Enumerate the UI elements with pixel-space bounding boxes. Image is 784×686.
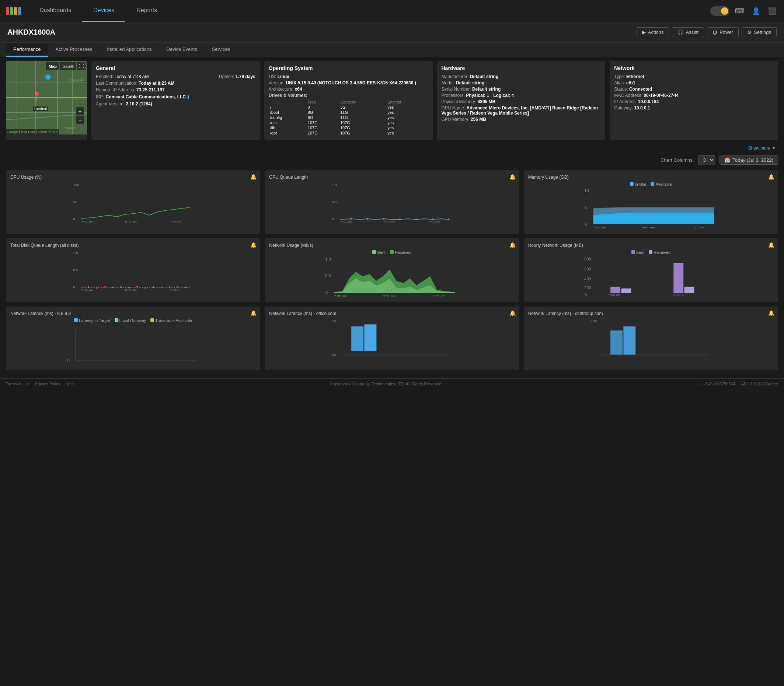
date-picker-btn[interactable]: 📅 Today (Jul 3, 2022) — [720, 155, 778, 165]
svg-point-43 — [96, 287, 97, 289]
chart-memory-svg: 10 5 0 7:49 am 8:01 am 8:13 am — [528, 188, 774, 229]
hw-proc-physical: Physical: 1 — [466, 93, 489, 98]
user-icon[interactable]: 👤 — [750, 5, 762, 17]
zoom-out-btn[interactable]: − — [76, 116, 84, 124]
expand-map-btn[interactable]: ⛶ — [77, 62, 85, 70]
map-footer: Google | Map Data | Terms of Use — [6, 129, 59, 134]
svg-text:8:13 am: 8:13 am — [691, 226, 704, 229]
device-title: AHKDX1600A — [7, 28, 55, 36]
help-link[interactable]: Help — [65, 382, 74, 386]
last-comm-label: Last Communication: — [96, 81, 137, 86]
bell-icon-hourly[interactable]: 🔔 — [768, 242, 774, 248]
map-label: Lambert — [33, 106, 49, 111]
tab-active-processes[interactable]: Active Processes — [48, 43, 100, 57]
nav-reports[interactable]: Reports — [125, 0, 168, 22]
svg-text:10: 10 — [584, 189, 589, 193]
map-zoom: + − — [76, 107, 84, 124]
bell-icon-network[interactable]: 🔔 — [509, 242, 516, 248]
svg-point-24 — [416, 219, 417, 220]
nav-devices[interactable]: Devices — [82, 0, 125, 22]
drives-table: Free Capacity Encrypt /03Gyes/boot8G11Gy… — [269, 100, 428, 136]
chart-columns-select[interactable]: 3 2 1 — [698, 155, 715, 165]
hw-gpu-mem-value: 256 MB — [471, 117, 486, 122]
svg-point-53 — [177, 286, 178, 287]
svg-point-22 — [383, 218, 385, 220]
map-btn[interactable]: Map — [46, 62, 59, 70]
bell-icon-latency-dns[interactable]: 🔔 — [250, 310, 257, 316]
bell-icon-disk[interactable]: 🔔 — [250, 242, 257, 248]
keyboard-icon[interactable]: ⌨ — [734, 5, 746, 17]
chart-cpu-usage: CPU Usage (%) 🔔 100 50 0 7:49 am 8:01 am… — [6, 170, 260, 234]
date-value: Today (Jul 3, 2022) — [732, 157, 773, 163]
chart-columns-label: Chart Columns: — [661, 157, 694, 163]
svg-point-45 — [112, 287, 113, 288]
bell-icon-memory[interactable]: 🔔 — [768, 174, 774, 180]
net-alias-label: Alias: — [614, 80, 625, 85]
svg-text:8:01 am: 8:01 am — [642, 226, 655, 229]
table-row: /config8G11Gyes — [269, 115, 428, 120]
settings-button[interactable]: ⚙ Settings — [741, 27, 777, 37]
assist-button[interactable]: 🎧 Assist — [672, 27, 704, 37]
hw-model-label: Model: — [442, 80, 455, 85]
power-button[interactable]: ⏻ Power — [707, 27, 739, 37]
svg-text:8:00 am: 8:00 am — [673, 292, 686, 297]
chart-network-svg: 1.0 0.5 0 7:49 am 8:01 am 8:13 am — [269, 256, 514, 297]
tab-installed-applications[interactable]: Installed Applications — [100, 43, 159, 57]
net-gw-label: Gateway: — [614, 105, 633, 111]
drives-heading: Drives & Volumes: — [269, 93, 428, 98]
privacy-link[interactable]: Privacy Policy — [35, 382, 60, 386]
bell-icon-latency-controlup[interactable]: 🔔 — [768, 310, 774, 316]
svg-text:7:49 am: 7:49 am — [81, 220, 93, 222]
map-controls: Map Satelli ⛶ — [46, 62, 85, 70]
map-container[interactable]: Ridgemont Pioneer 5 📍 Lambert Map Satell… — [6, 61, 87, 134]
hw-mem-value: 6895 MB — [478, 99, 496, 104]
svg-text:800: 800 — [584, 257, 591, 261]
actions-button[interactable]: ▶ Actions — [637, 27, 669, 37]
table-row: /opt107G107Gyes — [269, 131, 428, 136]
svg-text:Pioneer: Pioneer — [65, 126, 75, 130]
svg-marker-34 — [593, 212, 714, 224]
svg-text:600: 600 — [584, 267, 591, 271]
svg-rect-83 — [365, 325, 377, 351]
show-more-link[interactable]: Show more — [748, 145, 771, 151]
legend-received: Received — [390, 250, 412, 255]
chart-latency-dns: Network Latency (ms) - 8.8.8.8 🔔 Latency… — [6, 307, 260, 370]
svg-text:0.5: 0.5 — [73, 268, 78, 272]
svg-point-51 — [161, 287, 162, 288]
logo-bar-4 — [18, 7, 21, 15]
tab-services[interactable]: Services — [205, 43, 238, 57]
bell-icon-cpu[interactable]: 🔔 — [250, 174, 257, 180]
theme-toggle[interactable] — [710, 6, 730, 16]
show-more-bar: Show more ▾ — [6, 144, 778, 152]
chart-latency-legend: Latency to Target Local Gateway Tracerou… — [10, 318, 256, 323]
legend-traceroute: Traceroute Available — [151, 318, 192, 323]
zoom-in-btn[interactable]: + — [76, 107, 84, 115]
chart-cpu-queue-title: CPU Queue Length — [269, 175, 514, 180]
logout-icon[interactable]: ⬛ — [766, 5, 778, 17]
legend-hourly-sent: Sent — [632, 250, 645, 255]
nav-dashboards[interactable]: Dashboards — [28, 0, 82, 22]
device-actions: ▶ Actions 🎧 Assist ⏻ Power ⚙ Settings — [637, 27, 777, 37]
bell-icon-latency-office[interactable]: 🔔 — [509, 310, 516, 316]
svg-point-26 — [448, 219, 449, 220]
info-icon[interactable]: ℹ — [187, 94, 189, 100]
remote-ip-label: Remote IP Address: — [96, 87, 135, 93]
tab-device-events[interactable]: Device Events — [159, 43, 205, 57]
table-row: /etc107G107Gyes — [269, 120, 428, 125]
chart-latency-office: Network Latency (ms) - office.com 🔔 40 3… — [265, 307, 519, 370]
bell-icon-cpu-queue[interactable]: 🔔 — [509, 174, 516, 180]
svg-text:Ridgemont: Ridgemont — [69, 78, 83, 82]
terms-link[interactable]: Terms of Use — [6, 382, 30, 386]
chart-network-usage: Network Usage (Mb/s) 🔔 Sent Received 1.0… — [265, 238, 519, 302]
svg-point-48 — [136, 286, 138, 287]
arch-label: Architecture: — [269, 87, 293, 92]
hw-mem-label: Physical Memory: — [442, 99, 476, 104]
satellite-btn[interactable]: Satelli — [60, 62, 76, 70]
legend-local-gateway: Local Gateway — [115, 318, 146, 323]
tab-performance[interactable]: Performance — [6, 43, 48, 57]
hw-proc-logical: Logical: 4 — [493, 93, 514, 98]
chart-disk-queue: Total Disk Queue Length (all disks) 🔔 1.… — [6, 238, 260, 302]
svg-text:400: 400 — [584, 277, 591, 281]
arch-value: x64 — [295, 87, 302, 92]
os-heading: Operating System — [269, 65, 428, 71]
